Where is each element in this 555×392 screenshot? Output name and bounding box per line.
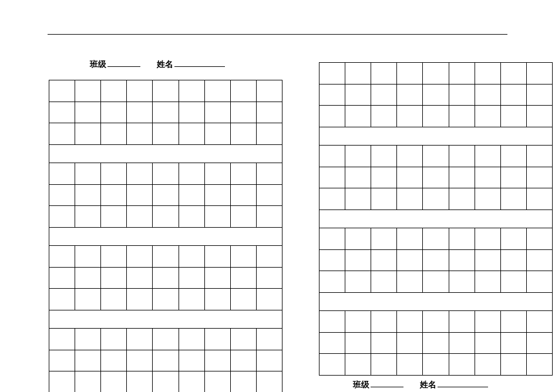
class-blank[interactable] <box>371 379 403 387</box>
grid-cell <box>101 80 127 102</box>
grid-cell <box>345 63 371 84</box>
grid-cell <box>345 188 371 209</box>
grid-cell <box>345 250 371 271</box>
grid-row <box>319 333 552 354</box>
grid-cell <box>75 185 101 205</box>
grid-cell <box>153 350 179 371</box>
left-grid <box>49 80 282 392</box>
page: 班级 姓名 <box>0 0 555 392</box>
grid-cell <box>527 250 552 271</box>
grid-cell <box>397 228 423 249</box>
grid-cell <box>179 268 205 288</box>
grid-cell <box>205 371 231 392</box>
grid-cell <box>475 167 501 188</box>
grid-cell <box>345 333 371 353</box>
grid-cell <box>423 354 449 375</box>
grid-cell <box>397 167 423 188</box>
grid-cell <box>397 106 423 127</box>
grid-cell <box>49 350 75 371</box>
grid-row <box>49 268 282 289</box>
grid-cell <box>75 80 101 102</box>
grid-cell <box>231 289 257 310</box>
class-label: 班级 <box>353 380 369 390</box>
grid-cell <box>501 106 527 127</box>
grid-cell <box>127 123 153 144</box>
grid-cell <box>501 85 527 105</box>
grid-cell <box>257 163 282 184</box>
grid-cell <box>319 167 345 188</box>
grid-cell <box>527 271 552 292</box>
grid-cell <box>423 167 449 188</box>
grid-cell <box>345 85 371 105</box>
grid-cell <box>257 350 282 371</box>
grid-cell <box>257 123 282 144</box>
grid-cell <box>371 250 397 271</box>
grid-cell <box>527 311 552 332</box>
grid-cell <box>501 188 527 209</box>
grid-cell <box>127 206 153 227</box>
grid-cell <box>153 246 179 267</box>
grid-cell <box>475 146 501 167</box>
grid-cell <box>101 206 127 227</box>
right-panel: 班级 姓名 <box>319 59 553 392</box>
grid-cell <box>449 228 475 249</box>
grid-cell <box>475 85 501 105</box>
grid-gap <box>49 145 282 163</box>
grid-cell <box>179 163 205 184</box>
grid-row <box>49 123 282 145</box>
grid-cell <box>49 246 75 267</box>
grid-cell <box>501 63 527 84</box>
grid-cell <box>397 354 423 375</box>
grid-block <box>319 310 553 376</box>
grid-cell <box>371 333 397 353</box>
grid-cell <box>527 63 552 84</box>
grid-cell <box>449 106 475 127</box>
grid-cell <box>371 85 397 105</box>
grid-cell <box>397 271 423 292</box>
grid-cell <box>127 350 153 371</box>
grid-cell <box>423 85 449 105</box>
grid-cell <box>75 102 101 123</box>
grid-cell <box>371 146 397 167</box>
grid-cell <box>527 228 552 249</box>
grid-cell <box>423 106 449 127</box>
grid-row <box>49 246 282 268</box>
grid-block <box>319 145 553 210</box>
grid-cell <box>319 311 345 332</box>
grid-cell <box>319 188 345 209</box>
grid-row <box>49 80 282 102</box>
grid-cell <box>153 163 179 184</box>
grid-cell <box>527 333 552 353</box>
grid-cell <box>153 268 179 288</box>
grid-gap <box>319 293 553 310</box>
grid-cell <box>205 206 231 227</box>
grid-cell <box>257 246 282 267</box>
grid-cell <box>449 188 475 209</box>
grid-cell <box>449 63 475 84</box>
grid-cell <box>101 246 127 267</box>
grid-cell <box>75 163 101 184</box>
grid-cell <box>501 271 527 292</box>
grid-cell <box>527 167 552 188</box>
grid-cell <box>101 350 127 371</box>
grid-row <box>319 106 552 127</box>
grid-cell <box>475 271 501 292</box>
grid-row <box>319 188 552 210</box>
name-blank[interactable] <box>438 379 488 387</box>
grid-cell <box>127 268 153 288</box>
name-blank[interactable] <box>174 59 225 67</box>
grid-block <box>49 80 282 145</box>
grid-cell <box>319 333 345 353</box>
grid-cell <box>319 271 345 292</box>
grid-cell <box>345 228 371 249</box>
grid-cell <box>527 106 552 127</box>
class-blank[interactable] <box>107 59 140 67</box>
grid-cell <box>371 311 397 332</box>
left-panel: 班级 姓名 <box>49 59 282 392</box>
grid-cell <box>179 123 205 144</box>
grid-cell <box>423 333 449 353</box>
label-row-bottom: 班级 姓名 <box>319 379 553 392</box>
grid-cell <box>257 371 282 392</box>
grid-cell <box>179 246 205 267</box>
grid-block <box>49 328 282 392</box>
